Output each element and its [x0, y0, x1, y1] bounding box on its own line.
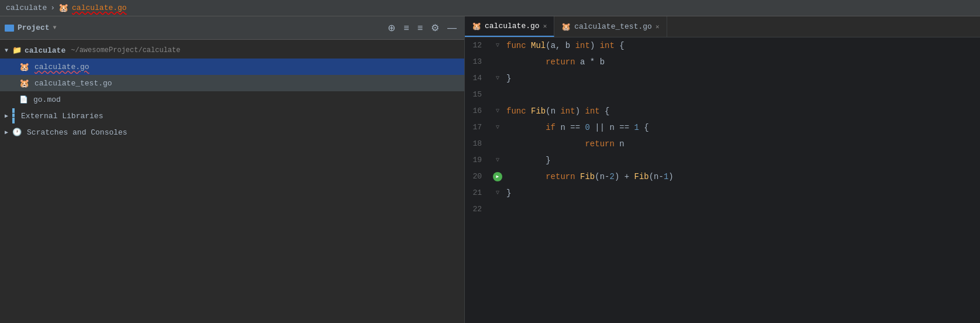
line-number-16: 16: [465, 103, 491, 119]
add-content-button[interactable]: ⊕: [385, 20, 398, 35]
sidebar-title-label: Project: [18, 23, 50, 32]
line-code-13: return a * b: [504, 54, 980, 70]
gopher-icon: 🐹: [58, 3, 68, 13]
tab-close-button[interactable]: ✕: [543, 22, 547, 30]
go-gopher-icon: 🐹: [19, 62, 29, 72]
gutter-14: ▽: [491, 70, 504, 87]
line-number-13: 13: [465, 54, 491, 70]
dropdown-arrow[interactable]: ▼: [53, 25, 57, 31]
gutter-19: ▽: [491, 152, 504, 169]
fold-icon-21[interactable]: ▽: [496, 185, 499, 201]
code-line-17: 17 ▽ if n == 0 || n == 1 {: [465, 119, 980, 136]
gutter-17: ▽: [491, 119, 504, 136]
scratches-icon: 🕐: [12, 128, 22, 137]
line-code-12: func Mul(a, b int) int {: [504, 37, 980, 54]
line-code-17: if n == 0 || n == 1 {: [504, 119, 980, 136]
line-code-19: }: [504, 152, 980, 169]
sidebar-item-external-libraries[interactable]: ▶ External Libraries: [0, 108, 464, 124]
line-number-21: 21: [465, 185, 491, 201]
line-code-18: return n: [504, 136, 980, 152]
code-line-21: 21 ▽ }: [465, 185, 980, 201]
sidebar-toolbar: Project ▼ ⊕ ≡ ≡ ⚙ —: [0, 16, 464, 40]
tab-label: calculate.go: [485, 22, 540, 30]
scratches-label: Scratches and Consoles: [27, 128, 127, 137]
tab-label-2: calculate_test.go: [574, 22, 652, 31]
sidebar-item-calculate-test-go[interactable]: 🐹 calculate_test.go: [0, 75, 464, 91]
code-line-22: 22: [465, 201, 980, 218]
minimize-button[interactable]: —: [444, 21, 460, 35]
breadcrumb-separator: ›: [50, 4, 55, 12]
chevron-right-icon: ▶: [5, 112, 8, 119]
editor-content[interactable]: 12 ▽ func Mul(a, b int) int { 13 return …: [465, 37, 980, 323]
editor-pane: 🐹 calculate.go ✕ 🐹 calculate_test.go ✕ 1…: [465, 16, 980, 323]
expand-all-button[interactable]: ≡: [415, 21, 426, 35]
folder-icon: 📁: [12, 46, 22, 55]
fold-icon-12[interactable]: ▽: [496, 37, 499, 54]
tab-calculate-test-go[interactable]: 🐹 calculate_test.go ✕: [554, 16, 667, 37]
chevron-down-icon: ▼: [5, 47, 8, 54]
file-label-2: calculate_test.go: [34, 79, 112, 88]
code-line-20: 20 ▶ return Fib(n-2) + Fib(n-1): [465, 169, 980, 185]
code-line-16: 16 ▽ func Fib(n int) int {: [465, 103, 980, 119]
gutter-16: ▽: [491, 103, 504, 119]
code-line-12: 12 ▽ func Mul(a, b int) int {: [465, 37, 980, 54]
folder-label: calculate: [25, 46, 65, 55]
tab-close-button-2[interactable]: ✕: [655, 23, 660, 30]
fold-icon-19[interactable]: ▽: [496, 152, 499, 169]
line-number-18: 18: [465, 136, 491, 152]
line-code-15: [504, 87, 980, 103]
tab-gopher-icon: 🐹: [472, 22, 481, 31]
line-number-15: 15: [465, 87, 491, 103]
fold-icon-14[interactable]: ▽: [496, 70, 499, 87]
libraries-label: External Libraries: [21, 112, 103, 121]
line-number-12: 12: [465, 37, 491, 54]
tab-calculate-go[interactable]: 🐹 calculate.go ✕: [465, 16, 554, 37]
code-view: 12 ▽ func Mul(a, b int) int { 13 return …: [465, 37, 980, 218]
fold-icon-17[interactable]: ▽: [496, 119, 499, 136]
run-icon-20[interactable]: ▶: [493, 172, 502, 181]
main-layout: Project ▼ ⊕ ≡ ≡ ⚙ — ▼ 📁 calculate ~/awes…: [0, 16, 980, 323]
gutter-20[interactable]: ▶: [491, 172, 504, 181]
file-label: calculate.go: [34, 63, 89, 71]
sidebar-item-calculate-go[interactable]: 🐹 calculate.go: [0, 59, 464, 75]
line-number-17: 17: [465, 119, 491, 136]
sidebar: Project ▼ ⊕ ≡ ≡ ⚙ — ▼ 📁 calculate ~/awes…: [0, 16, 465, 323]
line-number-22: 22: [465, 201, 491, 218]
line-code-14: }: [504, 70, 980, 87]
line-code-22: [504, 201, 980, 218]
go-gopher-icon-2: 🐹: [19, 78, 29, 88]
code-line-19: 19 ▽ }: [465, 152, 980, 169]
sidebar-item-go-mod[interactable]: 📄 go.mod: [0, 91, 464, 108]
breadcrumb-bar: calculate › 🐹 calculate.go: [0, 0, 980, 16]
code-line-18: 18 return n: [465, 136, 980, 152]
sidebar-content: ▼ 📁 calculate ~/awesomeProject/calculate…: [0, 40, 464, 323]
settings-button[interactable]: ⚙: [428, 20, 442, 35]
breadcrumb-project[interactable]: calculate: [6, 4, 47, 12]
monitor-icon: [5, 25, 14, 32]
folder-path: ~/awesomeProject/calculate: [71, 46, 180, 54]
mod-file-icon: 📄: [19, 95, 28, 104]
line-number-19: 19: [465, 152, 491, 169]
code-line-14: 14 ▽ }: [465, 70, 980, 87]
chevron-right-icon-2: ▶: [5, 129, 8, 136]
gutter-12: ▽: [491, 37, 504, 54]
line-code-16: func Fib(n int) int {: [504, 103, 980, 119]
libraries-icon: [12, 108, 16, 123]
collapse-all-button[interactable]: ≡: [401, 21, 412, 35]
tab-gopher-icon-2: 🐹: [561, 22, 571, 32]
line-number-20: 20: [465, 169, 491, 185]
line-number-14: 14: [465, 70, 491, 87]
line-code-20: return Fib(n-2) + Fib(n-1): [504, 169, 980, 185]
sidebar-item-scratches[interactable]: ▶ 🕐 Scratches and Consoles: [0, 124, 464, 140]
code-line-13: 13 return a * b: [465, 54, 980, 70]
editor-tabs: 🐹 calculate.go ✕ 🐹 calculate_test.go ✕: [465, 16, 980, 37]
fold-icon-16[interactable]: ▽: [496, 103, 499, 119]
sidebar-item-calculate-folder[interactable]: ▼ 📁 calculate ~/awesomeProject/calculate: [0, 42, 464, 59]
breadcrumb-file[interactable]: calculate.go: [72, 4, 127, 12]
mod-label: go.mod: [33, 95, 61, 104]
line-code-21: }: [504, 185, 980, 201]
gutter-21: ▽: [491, 185, 504, 201]
code-line-15: 15: [465, 87, 980, 103]
sidebar-title: Project ▼: [5, 23, 382, 32]
